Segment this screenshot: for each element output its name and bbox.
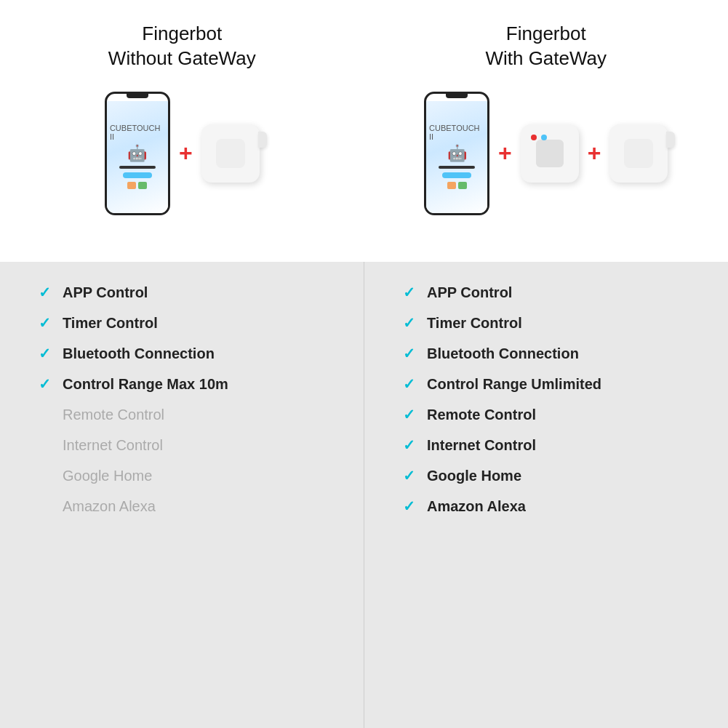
check-icon-bt-left: ✓: [36, 345, 52, 362]
list-item: ✓ Google Home: [401, 467, 706, 484]
left-product-images: CUBETOUCH II 🤖 +: [105, 92, 260, 215]
feature-alexa-left: Amazon Alexa: [63, 498, 156, 515]
feature-remote-left: Remote Control: [63, 407, 164, 423]
list-item: ✓ APP Control: [36, 284, 342, 301]
list-item: ✓ Bluetooth Connection: [36, 345, 342, 362]
list-item: ✓ Internet Control: [401, 436, 706, 454]
list-item: ✓ Remote Control: [36, 406, 342, 423]
check-icon-app-left: ✓: [36, 284, 52, 301]
check-icon-timer-right: ✓: [401, 314, 417, 332]
list-item: ✓ APP Control: [401, 284, 706, 301]
feature-internet-left: Internet Control: [63, 437, 163, 454]
check-icon-app-right: ✓: [401, 284, 417, 301]
feature-google-left: Google Home: [63, 468, 152, 484]
phone-right: CUBETOUCH II 🤖: [424, 92, 489, 215]
plus-icon-left: +: [179, 140, 193, 167]
left-title: FingerbotWithout GateWay: [108, 22, 256, 71]
feature-google-right: Google Home: [427, 468, 521, 484]
list-item: ✓ Internet Control: [36, 436, 342, 454]
feature-app-right: APP Control: [427, 284, 512, 301]
feature-alexa-right: Amazon Alexa: [427, 498, 526, 515]
left-top-col: FingerbotWithout GateWay CUBETOUCH II 🤖 …: [0, 15, 364, 255]
feature-bt-left: Bluetooth Connection: [63, 345, 215, 362]
fingerbot-right: [609, 124, 668, 183]
check-icon-range-right: ✓: [401, 375, 417, 393]
fingerbot-left: [201, 124, 260, 183]
list-item: ✓ Control Range Max 10m: [36, 375, 342, 393]
phone-left: CUBETOUCH II 🤖: [105, 92, 170, 215]
feature-app-left: APP Control: [63, 284, 148, 301]
list-item: ✓ Timer Control: [401, 314, 706, 332]
list-item: ✓ Google Home: [36, 467, 342, 484]
top-section: FingerbotWithout GateWay CUBETOUCH II 🤖 …: [0, 0, 728, 262]
check-icon-range-left: ✓: [36, 375, 52, 393]
plus-icon-right-2: +: [588, 140, 601, 167]
right-title: FingerbotWith GateWay: [485, 22, 607, 71]
feature-range-right: Control Range Umlimited: [427, 376, 601, 393]
list-item: ✓ Timer Control: [36, 314, 342, 332]
feature-range-left: Control Range Max 10m: [63, 376, 228, 393]
list-item: ✓ Bluetooth Connection: [401, 345, 706, 362]
check-icon-remote-right: ✓: [401, 406, 417, 423]
check-icon-google-right: ✓: [401, 467, 417, 484]
list-item: ✓ Remote Control: [401, 406, 706, 423]
right-features-col: ✓ APP Control ✓ Timer Control ✓ Bluetoot…: [364, 262, 728, 728]
list-item: ✓ Amazon Alexa: [401, 497, 706, 515]
feature-timer-left: Timer Control: [63, 315, 158, 332]
feature-internet-right: Internet Control: [427, 437, 536, 454]
feature-remote-right: Remote Control: [427, 407, 536, 423]
plus-icon-right-1: +: [498, 140, 512, 167]
right-top-col: FingerbotWith GateWay CUBETOUCH II 🤖 +: [364, 15, 729, 255]
comparison-section: ✓ APP Control ✓ Timer Control ✓ Bluetoot…: [0, 262, 728, 728]
right-product-images: CUBETOUCH II 🤖 + +: [424, 92, 668, 215]
left-features-col: ✓ APP Control ✓ Timer Control ✓ Bluetoot…: [0, 262, 364, 728]
feature-timer-right: Timer Control: [427, 315, 522, 332]
check-icon-timer-left: ✓: [36, 314, 52, 332]
gateway-device: [521, 124, 579, 183]
check-icon-internet-right: ✓: [401, 436, 417, 454]
check-icon-bt-right: ✓: [401, 345, 417, 362]
check-icon-alexa-right: ✓: [401, 497, 417, 515]
feature-bt-right: Bluetooth Connection: [427, 345, 579, 362]
list-item: ✓ Control Range Umlimited: [401, 375, 706, 393]
list-item: ✓ Amazon Alexa: [36, 497, 342, 515]
